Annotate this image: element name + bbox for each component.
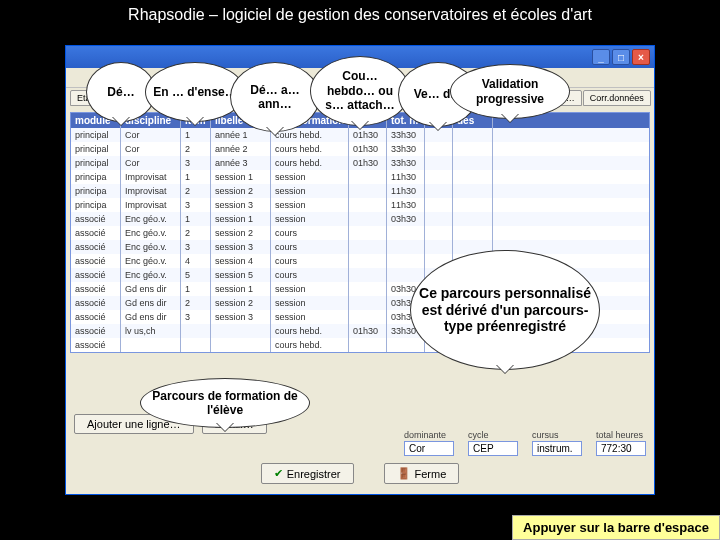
cell: Enc géo.v. — [121, 226, 181, 240]
cell: 5 — [181, 268, 211, 282]
page-title: Rhapsodie – logiciel de gestion des cons… — [0, 0, 720, 26]
cell — [349, 184, 387, 198]
cell — [387, 254, 425, 268]
cell: 2 — [181, 226, 211, 240]
callout-4: Cou… hebdo… ou s… attach… — [310, 56, 410, 126]
cell: 11h30 — [387, 170, 425, 184]
cell — [211, 324, 271, 338]
cell: session — [271, 198, 349, 212]
cell: 1 — [181, 170, 211, 184]
cell — [453, 156, 493, 170]
table-row[interactable]: principalCor3année 3cours hebd.01h3033h3… — [71, 156, 649, 170]
cell: principal — [71, 156, 121, 170]
cell — [349, 170, 387, 184]
cell — [121, 338, 181, 352]
table-row[interactable]: associéEnc géo.v.3session 3cours — [71, 240, 649, 254]
cell: associé — [71, 282, 121, 296]
table-row[interactable]: principaImprovisat3session 3session11h30 — [71, 198, 649, 212]
total-label: total heures — [596, 430, 646, 440]
close-button[interactable]: × — [632, 49, 650, 65]
minimize-button[interactable]: _ — [592, 49, 610, 65]
table-row[interactable]: associéEnc géo.v.1session 1session03h30 — [71, 212, 649, 226]
cell: année 2 — [211, 142, 271, 156]
cycle-value[interactable]: CEP — [468, 441, 518, 456]
cell: Cor — [121, 156, 181, 170]
cell: associé — [71, 296, 121, 310]
cell: 1 — [181, 212, 211, 226]
cell — [453, 184, 493, 198]
table-row[interactable]: principaImprovisat1session 1session11h30 — [71, 170, 649, 184]
save-button[interactable]: ✔Enregistrer — [261, 463, 354, 484]
cell: session — [271, 170, 349, 184]
cell: lv us,ch — [121, 324, 181, 338]
cell: associé — [71, 310, 121, 324]
cell — [453, 128, 493, 142]
cell: session 2 — [211, 226, 271, 240]
spacebar-hint: Appuyer sur la barre d'espace — [512, 515, 720, 540]
cell: 3 — [181, 240, 211, 254]
cell: associé — [71, 212, 121, 226]
cell: cours hebd. — [271, 156, 349, 170]
cell — [387, 268, 425, 282]
check-icon: ✔ — [274, 467, 283, 480]
cell: 2 — [181, 142, 211, 156]
cell: 33h30 — [387, 128, 425, 142]
cell — [349, 268, 387, 282]
cell: principa — [71, 170, 121, 184]
cell: 33h30 — [387, 142, 425, 156]
cell: session 4 — [211, 254, 271, 268]
cell: Enc géo.v. — [121, 254, 181, 268]
cell — [349, 240, 387, 254]
cell — [425, 212, 453, 226]
tab-10[interactable]: Corr.données — [583, 90, 651, 106]
cell: Improvisat — [121, 170, 181, 184]
cell: Improvisat — [121, 198, 181, 212]
save-label: Enregistrer — [287, 468, 341, 480]
close-label: Ferme — [415, 468, 447, 480]
table-row[interactable]: associéEnc géo.v.2session 2cours — [71, 226, 649, 240]
cell — [453, 142, 493, 156]
cell: Gd ens dir — [121, 296, 181, 310]
cell — [349, 198, 387, 212]
cell: année 3 — [211, 156, 271, 170]
cell: session — [271, 282, 349, 296]
cell — [425, 184, 453, 198]
callout-3: Dé… a… ann… — [230, 62, 320, 132]
cell: Improvisat — [121, 184, 181, 198]
cell: session — [271, 184, 349, 198]
close-window-button[interactable]: 🚪Ferme — [384, 463, 460, 484]
cell — [387, 226, 425, 240]
cell — [387, 240, 425, 254]
cell: session 1 — [211, 282, 271, 296]
cell — [349, 254, 387, 268]
cell: 33h30 — [387, 156, 425, 170]
total-value: 772:30 — [596, 441, 646, 456]
maximize-button[interactable]: □ — [612, 49, 630, 65]
cell: session — [271, 296, 349, 310]
cell — [181, 338, 211, 352]
cell: cours — [271, 226, 349, 240]
table-row[interactable]: principaImprovisat2session 2session11h30 — [71, 184, 649, 198]
cell: session 5 — [211, 268, 271, 282]
table-row[interactable]: principalCor2année 2cours hebd.01h3033h3… — [71, 142, 649, 156]
cell: associé — [71, 338, 121, 352]
cell: Cor — [121, 128, 181, 142]
cursus-value[interactable]: instrum. — [532, 441, 582, 456]
dominante-value[interactable]: Cor — [404, 441, 454, 456]
cell: session 1 — [211, 212, 271, 226]
cell: associé — [71, 240, 121, 254]
cell: 01h30 — [349, 324, 387, 338]
cell: session 1 — [211, 170, 271, 184]
cell: 03h30 — [387, 212, 425, 226]
cell: 11h30 — [387, 198, 425, 212]
cell — [349, 296, 387, 310]
cell: cours hebd. — [271, 338, 349, 352]
cell: Enc géo.v. — [121, 240, 181, 254]
cell — [425, 142, 453, 156]
cell — [349, 212, 387, 226]
cell: session 2 — [211, 296, 271, 310]
cell: 3 — [181, 156, 211, 170]
cell — [453, 170, 493, 184]
callout-6: Validation progressive — [450, 64, 570, 119]
cell: 01h30 — [349, 156, 387, 170]
